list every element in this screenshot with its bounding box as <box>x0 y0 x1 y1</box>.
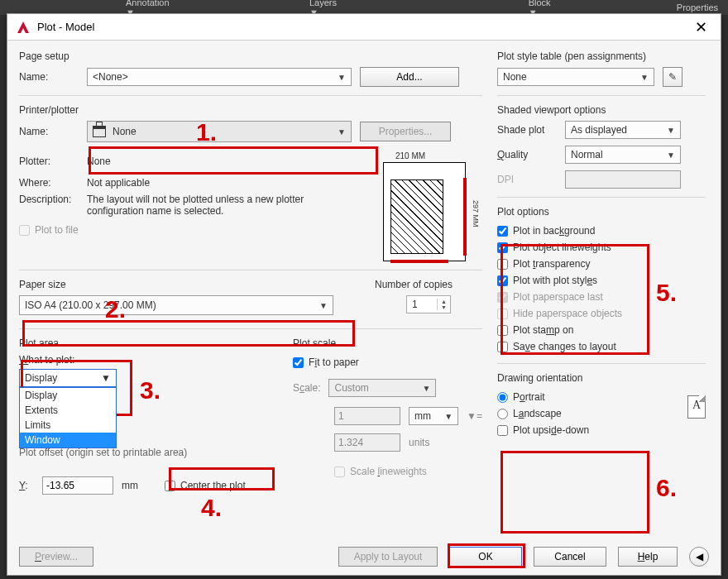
expand-button[interactable]: ◀ <box>689 547 709 567</box>
scale-lineweights-checkbox: Scale lineweights <box>293 463 482 480</box>
scale-denominator-input <box>334 433 400 452</box>
help-button[interactable]: Help <box>618 547 678 567</box>
what-to-plot-value: Display <box>25 372 57 384</box>
printer-name-select[interactable]: None ▼ <box>87 121 352 142</box>
chevron-down-icon: ▼ <box>444 412 453 421</box>
scale-value: Custom <box>334 382 368 394</box>
center-plot-checkbox[interactable]: Center the plot <box>165 477 246 494</box>
offset-y-input[interactable] <box>42 476 113 495</box>
title-bar: Plot - Model ✕ <box>7 14 721 41</box>
plot-background-checkbox[interactable]: Plot in background <box>497 223 706 239</box>
hide-paperspace-checkbox: Hide paperspace objects <box>497 305 706 322</box>
plot-options-label: Plot options <box>497 206 706 218</box>
pencil-icon: ✎ <box>668 71 677 83</box>
description-label: Description: <box>19 194 79 205</box>
chevron-down-icon: ▼ <box>338 127 346 136</box>
where-value: Not applicable <box>87 177 150 189</box>
chevron-down-icon: ▼ <box>640 73 649 82</box>
fit-to-paper-checkbox[interactable]: Fit to paper <box>293 354 482 371</box>
paper-size-value: ISO A4 (210.00 x 297.00 MM) <box>25 299 156 311</box>
shade-plot-label: Shade plot <box>497 124 557 136</box>
scale-numerator-input <box>334 407 400 425</box>
plot-offset-label: Plot offset (origin set to printable are… <box>19 447 276 458</box>
shade-plot-value: As displayed <box>571 124 627 136</box>
plot-dialog: Plot - Model ✕ Page setup Name: <None> ▼… <box>7 13 721 576</box>
quality-value: Normal <box>571 149 603 160</box>
plot-to-file-checkbox: Plot to file <box>19 222 383 238</box>
portrait-radio[interactable]: Portrait <box>497 389 706 405</box>
page-setup-label: Page setup <box>19 50 482 62</box>
ok-button[interactable]: OK <box>449 547 522 567</box>
paper-size-select[interactable]: ISO A4 (210.00 x 297.00 MM) ▼ <box>19 295 333 315</box>
copies-value: 1 <box>407 299 437 310</box>
equals-icon: ▼= <box>467 410 482 422</box>
page-setup-group: Page setup Name: <None> ▼ Add... <box>19 49 482 87</box>
save-layout-checkbox[interactable]: Save changes to layout <box>497 338 706 355</box>
scale-select: Custom ▼ <box>328 379 436 397</box>
printer-section-label: Printer/plotter <box>19 104 482 116</box>
chevron-down-icon: ▼ <box>423 384 431 393</box>
style-table-select[interactable]: None ▼ <box>497 68 654 86</box>
style-table-group: Plot style table (pen assignments) None … <box>497 49 706 87</box>
plotter-label: Plotter: <box>19 156 79 167</box>
style-table-edit-button[interactable]: ✎ <box>663 67 682 87</box>
plot-scale-group: Plot scale Fit to paper Scale: Custom ▼ <box>293 336 482 495</box>
plot-paperspace-checkbox: Plot paperspace last <box>497 289 706 305</box>
option-limits[interactable]: Limits <box>20 418 116 433</box>
plot-styles-checkbox[interactable]: Plot with plot styles <box>497 272 706 289</box>
plot-stamp-checkbox[interactable]: Plot stamp on <box>497 322 706 338</box>
chevron-down-icon: ▼ <box>338 73 346 82</box>
pagesetup-name-select[interactable]: <None> ▼ <box>87 68 352 86</box>
what-to-plot-label: W <box>19 354 28 366</box>
what-to-plot-select[interactable]: Display▼ Display Extents Limits Window <box>19 369 117 387</box>
plot-options-group: Plot options Plot in background Plot obj… <box>497 204 706 355</box>
printer-name-label: Name: <box>19 126 79 137</box>
scale-unit-value: mm <box>414 410 431 422</box>
quality-label: Quality <box>497 149 557 160</box>
scale-unit-select[interactable]: mm ▼ <box>409 407 458 425</box>
option-window[interactable]: Window <box>20 433 116 447</box>
plot-scale-label: Plot scale <box>293 337 482 349</box>
dialog-title: Plot - Model <box>37 21 94 33</box>
printer-name-value: None <box>113 126 136 137</box>
what-to-plot-options[interactable]: Display Extents Limits Window <box>19 387 117 448</box>
shade-plot-select[interactable]: As displayed ▼ <box>565 121 681 139</box>
paper-size-label: Paper size <box>19 279 350 290</box>
orientation-preview-icon <box>687 395 706 419</box>
landscape-radio[interactable]: Landscape <box>497 405 706 422</box>
chevron-down-icon: ▼ <box>667 126 675 135</box>
offset-y-label: Y: <box>19 480 34 491</box>
plot-area-group: Plot area What to plot: Display▼ Display… <box>19 336 276 495</box>
plot-transparency-checkbox[interactable]: Plot transparency <box>497 256 706 272</box>
copies-group: Number of copies 1 ▲▼ <box>375 277 482 315</box>
apply-layout-button: Apply to Layout <box>338 547 438 567</box>
quality-select[interactable]: Normal ▼ <box>565 146 681 164</box>
style-table-label: Plot style table (pen assignments) <box>497 50 706 62</box>
copies-label: Number of copies <box>375 279 482 290</box>
plot-area-label: Plot area <box>19 337 276 349</box>
printer-icon <box>93 126 106 137</box>
scale-label: Scale: <box>293 382 320 394</box>
copies-stepper[interactable]: 1 ▲▼ <box>406 295 451 313</box>
paper-height-label: 297 MM <box>472 200 480 227</box>
pagesetup-name-label: Name: <box>19 71 79 83</box>
chevron-down-icon: ▼ <box>101 372 111 384</box>
close-icon[interactable]: ✕ <box>690 18 712 36</box>
chevron-down-icon: ▼ <box>319 301 328 310</box>
style-table-value: None <box>503 71 527 83</box>
upside-down-checkbox[interactable]: Plot upside-down <box>497 422 706 438</box>
plot-lineweights-checkbox[interactable]: Plot object lineweights <box>497 239 706 256</box>
menu-properties[interactable]: Properties <box>673 2 721 12</box>
cancel-button[interactable]: Cancel <box>534 547 606 567</box>
pagesetup-add-button[interactable]: Add... <box>360 67 459 87</box>
description-value: The layout will not be plotted unless a … <box>87 194 352 217</box>
printer-properties-button: Properties... <box>360 122 451 141</box>
scale-units-label: units <box>409 437 429 448</box>
option-extents[interactable]: Extents <box>20 403 116 418</box>
printer-group: Printer/plotter Name: None ▼ Properties.… <box>19 103 482 261</box>
shaded-section-label: Shaded viewport options <box>497 104 706 116</box>
option-display[interactable]: Display <box>20 388 116 403</box>
autocad-logo-icon <box>16 20 31 35</box>
shaded-viewport-group: Shaded viewport options Shade plot As di… <box>497 103 706 189</box>
orientation-label: Drawing orientation <box>497 372 706 384</box>
